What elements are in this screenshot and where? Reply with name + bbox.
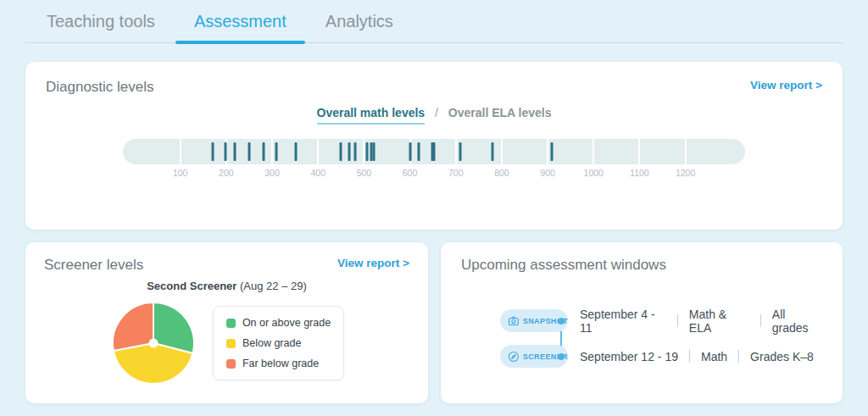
diagnostic-scale-wrap: 100200300400500600700800900100011001200 [123,139,745,181]
axis-tick-label: 100 [173,168,188,178]
upcoming-row-snapshot: SNAPSHOT September 4 - 11 Math & ELA All… [500,309,822,332]
timeline-dot [558,318,565,324]
scale-segment-divider [317,139,319,164]
scale-segment-divider [638,139,640,164]
tab-separator: / [435,106,438,119]
student-score-tick[interactable] [373,142,376,161]
upcoming-windows-card: Upcoming assessment windows SNAPSHOT [441,242,843,403]
screener-subtitle-dates: (Aug 22 – 29) [240,280,307,292]
screener-pie-chart[interactable] [109,299,198,387]
legend-label: Far below grade [242,358,319,369]
screener-subtitle: Second Screener (Aug 22 – 29) [44,280,409,292]
student-score-tick[interactable] [459,142,462,161]
scale-segment-divider [455,139,457,164]
separator [689,350,690,363]
screener-card-title: Screener levels [44,257,143,274]
screener-subtitle-name: Second Screener [147,280,236,292]
tab-overall-ela-levels[interactable]: Overall ELA levels [448,106,552,119]
screener-grades: Grades K–8 [750,350,814,363]
timeline-dot [558,353,565,360]
separator [677,314,678,327]
scale-segment-divider [180,139,181,164]
axis-tick-label: 300 [264,168,280,178]
scale-segment-divider [501,139,503,164]
axis-tick-label: 1100 [630,168,649,178]
student-score-tick[interactable] [353,142,356,161]
legend-item-far-below: Far below grade [226,358,331,369]
screener-legend: On or above grade Below grade Far below … [213,306,344,380]
student-score-tick[interactable] [409,142,411,161]
screener-levels-card: Screener levels View report > Second Scr… [25,242,428,403]
legend-item-on-or-above: On or above grade [226,317,331,329]
student-score-tick[interactable] [234,142,236,161]
diagnostic-card-header: Diagnostic levels View report > [46,79,822,96]
screener-badge: SCREENER [500,345,568,368]
legend-label: Below grade [242,337,302,349]
pie-slice-2[interactable] [113,302,153,351]
scale-segment-divider [547,139,548,164]
diagnostic-card-title: Diagnostic levels [46,79,154,96]
axis-tick-label: 700 [448,168,464,178]
upcoming-card-title: Upcoming assessment windows [461,257,822,274]
upcoming-row-screener: SCREENER September 12 - 19 Math Grades K… [500,345,822,368]
legend-label: On or above grade [242,317,331,329]
axis-tick-label: 900 [540,168,555,178]
student-score-tick[interactable] [551,142,554,161]
separator [738,350,739,363]
scale-segment-divider [271,139,273,164]
pie-center-hole [148,339,158,348]
legend-swatch-green [226,319,236,328]
axis-tick-label: 1200 [676,168,695,178]
screener-subjects: Math [701,350,727,363]
axis-tick-label: 200 [219,168,234,178]
screener-content: On or above grade Below grade Far below … [44,299,409,387]
legend-swatch-orange [226,359,236,369]
tab-assessment[interactable]: Assessment [194,12,287,42]
student-score-tick[interactable] [340,142,342,161]
camera-icon [508,315,520,327]
snapshot-grades: All grades [772,308,822,335]
screener-card-header: Screener levels View report > [44,257,409,274]
bottom-row: Screener levels View report > Second Scr… [25,242,843,403]
tab-overall-math-levels[interactable]: Overall math levels [317,106,426,125]
axis-tick-label: 800 [494,168,509,178]
student-score-tick[interactable] [275,142,277,161]
student-score-tick[interactable] [348,142,351,161]
student-score-tick[interactable] [418,142,420,161]
student-score-tick[interactable] [211,142,214,161]
main-content: Diagnostic levels View report > Overall … [0,43,868,403]
axis-tick-label: 600 [403,168,418,178]
snapshot-dates: September 4 - 11 [580,308,666,335]
axis-tick-label: 500 [357,168,372,178]
scale-segment-divider [593,139,594,164]
diagnostic-levels-card: Diagnostic levels View report > Overall … [25,62,843,230]
student-score-tick[interactable] [224,142,226,161]
legend-item-below: Below grade [226,337,331,349]
student-score-tick[interactable] [295,142,298,161]
axis-tick-label: 1000 [584,168,604,178]
snapshot-badge: SNAPSHOT [500,309,568,332]
student-score-tick[interactable] [370,142,372,161]
top-nav: Teaching tools Assessment Analytics [25,0,843,43]
student-score-tick[interactable] [433,142,436,161]
gauge-icon [508,351,520,363]
screener-dates: September 12 - 19 [580,350,678,363]
scale-segment-divider [363,139,364,164]
student-score-tick[interactable] [366,142,369,161]
upcoming-rows: SNAPSHOT September 4 - 11 Math & ELA All… [500,309,822,368]
snapshot-subjects: Math & ELA [689,308,749,335]
tab-teaching-tools[interactable]: Teaching tools [47,12,155,42]
student-score-tick[interactable] [248,142,250,161]
student-score-tick[interactable] [262,142,264,161]
separator [760,314,761,327]
axis-tick-label: 400 [310,168,326,178]
diagnostic-subject-tabs: Overall math levels / Overall ELA levels [46,106,822,119]
scale-segment-divider [685,139,687,164]
student-score-tick[interactable] [492,142,494,161]
tab-analytics[interactable]: Analytics [326,12,393,42]
diagnostic-view-report-link[interactable]: View report > [750,79,822,92]
legend-swatch-yellow [226,339,236,348]
screener-row-text: September 12 - 19 Math Grades K–8 [580,350,814,363]
diagnostic-scale [123,139,745,164]
screener-view-report-link[interactable]: View report > [337,257,409,269]
